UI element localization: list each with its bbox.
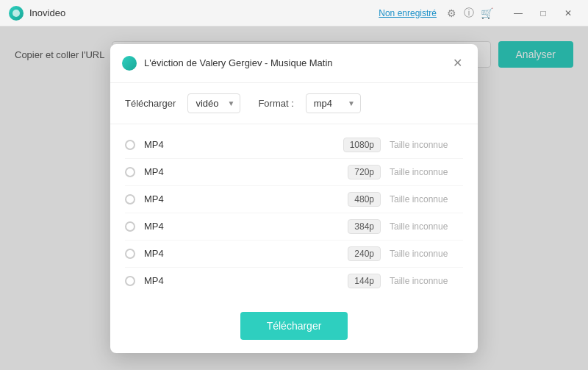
title-bar-right: Non enregistré ⚙ ⓘ 🛒 — □ ✕	[379, 2, 579, 24]
close-button[interactable]: ✕	[557, 2, 579, 24]
radio-button[interactable]	[125, 194, 135, 204]
format-select-wrapper: mp4 mkv avi webm ▼	[306, 93, 361, 113]
info-icon[interactable]: ⓘ	[463, 7, 475, 19]
window-controls: — □ ✕	[507, 2, 579, 24]
radio-button[interactable]	[125, 221, 135, 232]
cart-icon[interactable]: 🛒	[481, 7, 492, 19]
app-logo	[9, 6, 24, 21]
type-select[interactable]: vidéo audio	[187, 93, 240, 113]
download-options-list: MP4 1080p Taille inconnue MP4 720p Taill…	[110, 124, 478, 302]
download-option-row: MP4 240p Taille inconnue	[125, 241, 463, 268]
settings-icon[interactable]: ⚙	[445, 7, 457, 19]
resolution-badge: 240p	[348, 246, 381, 261]
title-bar: Inovideo Non enregistré ⚙ ⓘ 🛒 — □ ✕	[0, 0, 588, 26]
size-label: Taille inconnue	[390, 194, 463, 204]
modal-title: L'éviction de Valery Gergiev - Musique M…	[144, 57, 448, 68]
registration-link[interactable]: Non enregistré	[379, 8, 437, 18]
resolution-badge: 480p	[348, 192, 381, 207]
format-name: MP4	[144, 248, 173, 259]
download-option-row: MP4 720p Taille inconnue	[125, 159, 463, 186]
download-option-row: MP4 384p Taille inconnue	[125, 213, 463, 241]
format-name: MP4	[144, 166, 173, 177]
download-label: Télécharger	[125, 98, 176, 109]
size-label: Taille inconnue	[390, 249, 463, 259]
format-name: MP4	[144, 193, 173, 204]
download-button[interactable]: Télécharger	[240, 312, 348, 340]
radio-button[interactable]	[125, 167, 135, 177]
maximize-button[interactable]: □	[532, 2, 554, 24]
app-name: Inovideo	[29, 7, 65, 18]
radio-button[interactable]	[125, 140, 135, 150]
resolution-badge: 384p	[348, 219, 381, 234]
modal-close-button[interactable]: ✕	[448, 54, 466, 72]
modal-logo	[122, 56, 137, 71]
size-label: Taille inconnue	[390, 221, 463, 232]
svg-point-0	[12, 10, 20, 17]
toolbar-icons: ⚙ ⓘ 🛒	[445, 7, 492, 19]
format-name: MP4	[144, 221, 173, 232]
modal-footer: Télécharger	[110, 302, 478, 353]
size-label: Taille inconnue	[390, 140, 463, 150]
size-label: Taille inconnue	[390, 167, 463, 177]
download-option-row: MP4 1080p Taille inconnue	[125, 132, 463, 159]
radio-button[interactable]	[125, 276, 135, 286]
format-name: MP4	[144, 139, 173, 150]
modal-dialog: L'éviction de Valery Gergiev - Musique M…	[110, 44, 478, 353]
download-option-row: MP4 480p Taille inconnue	[125, 186, 463, 213]
format-name: MP4	[144, 275, 173, 286]
resolution-badge: 1080p	[343, 138, 381, 152]
modal-controls: Télécharger vidéo audio ▼ Format : mp4 m…	[110, 83, 478, 124]
resolution-badge: 720p	[348, 165, 381, 179]
download-option-row: MP4 144p Taille inconnue	[125, 268, 463, 294]
main-content: Copier et coller l'URL Analyser Copier v…	[0, 26, 588, 370]
modal-header: L'éviction de Valery Gergiev - Musique M…	[110, 44, 478, 83]
type-select-wrapper: vidéo audio ▼	[187, 93, 240, 113]
minimize-button[interactable]: —	[507, 2, 529, 24]
resolution-badge: 144p	[348, 274, 381, 288]
format-label: Format :	[258, 98, 293, 109]
modal-overlay: L'éviction de Valery Gergiev - Musique M…	[0, 26, 588, 370]
size-label: Taille inconnue	[390, 276, 463, 286]
format-select[interactable]: mp4 mkv avi webm	[306, 93, 361, 113]
radio-button[interactable]	[125, 249, 135, 259]
